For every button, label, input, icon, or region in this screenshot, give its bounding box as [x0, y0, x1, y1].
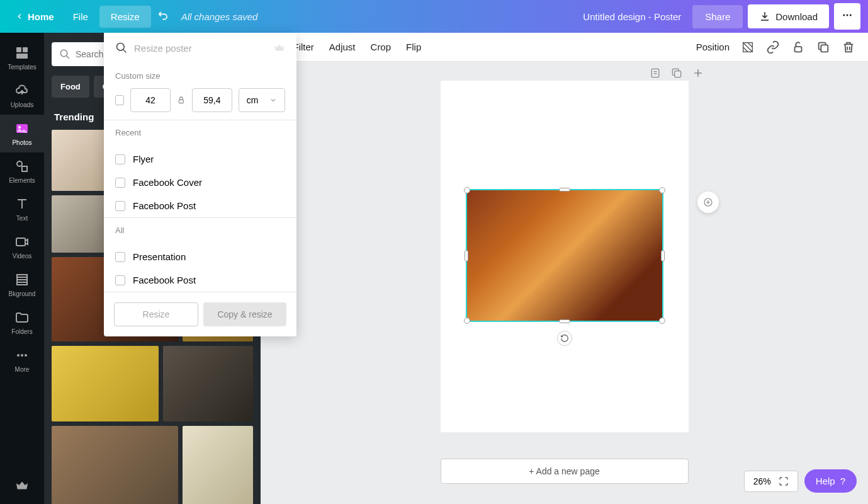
file-menu[interactable]: File	[62, 6, 99, 28]
tool-adjust[interactable]: Adjust	[329, 42, 356, 52]
document-title[interactable]: Untitled design - Poster	[583, 11, 681, 22]
sidebar-item-elements[interactable]: Elements	[0, 152, 44, 190]
photo-thumb[interactable]	[52, 426, 178, 504]
tool-flip[interactable]: Flip	[406, 42, 421, 52]
height-input[interactable]	[192, 88, 232, 112]
more-button[interactable]	[834, 3, 860, 30]
download-icon	[759, 11, 770, 22]
design-page[interactable]	[441, 81, 689, 432]
resize-handle-r[interactable]	[661, 250, 665, 261]
option-label: Flyer	[133, 154, 154, 164]
home-label: Home	[28, 11, 54, 22]
sidebar-item-uploads[interactable]: Uploads	[0, 77, 44, 115]
resize-handle-tl[interactable]	[464, 187, 470, 193]
photo-thumb[interactable]	[52, 346, 159, 421]
resize-menu[interactable]: Resize	[99, 6, 151, 28]
sidebar-label: Templates	[8, 64, 37, 71]
svg-point-12	[17, 354, 20, 357]
sidebar-label: Photos	[12, 139, 31, 146]
sidebar-item-photos[interactable]: Photos	[0, 115, 44, 152]
resize-handle-l[interactable]	[465, 250, 468, 261]
svg-point-15	[60, 50, 67, 57]
svg-rect-21	[651, 69, 659, 77]
photo-thumb[interactable]	[183, 426, 253, 504]
folders-icon	[14, 310, 30, 325]
undo-icon	[157, 9, 170, 21]
sidebar-label: Text	[16, 215, 28, 222]
sidebar-item-more[interactable]: More	[0, 341, 44, 379]
resize-handle-b[interactable]	[559, 319, 570, 323]
tool-position[interactable]: Position	[696, 42, 730, 52]
resize-handle-bl[interactable]	[464, 318, 470, 324]
sidebar-label: Uploads	[11, 101, 34, 108]
checkbox[interactable]	[115, 275, 125, 285]
search-icon	[115, 42, 128, 54]
svg-rect-20	[821, 45, 828, 52]
resize-option-fb-post2[interactable]: Facebook Post	[104, 268, 296, 292]
resize-handle-t[interactable]	[559, 188, 570, 192]
help-label: Help	[816, 476, 835, 486]
sidebar-item-bkground[interactable]: Bkground	[0, 266, 44, 304]
text-icon	[14, 197, 30, 212]
dots-icon	[842, 9, 853, 21]
sidebar-label: Folders	[11, 328, 32, 335]
copy-page-icon[interactable]	[670, 67, 683, 79]
rotate-handle[interactable]	[557, 331, 572, 346]
resize-option-fb-cover[interactable]: Facebook Cover	[104, 171, 296, 194]
sidebar-item-videos[interactable]: Videos	[0, 228, 44, 266]
add-page-button[interactable]: + Add a new page	[441, 459, 689, 484]
svg-point-13	[21, 354, 23, 357]
transparency-icon[interactable]	[741, 40, 755, 54]
checkbox[interactable]	[115, 201, 125, 211]
chevron-left-icon	[15, 12, 24, 21]
templates-icon	[14, 45, 30, 60]
videos-icon	[14, 234, 30, 249]
save-status: All changes saved	[181, 11, 258, 22]
option-label: Presentation	[133, 251, 186, 262]
checkbox[interactable]	[115, 252, 125, 262]
notes-icon[interactable]	[649, 67, 662, 79]
sidebar-item-templates[interactable]: Templates	[0, 39, 44, 77]
lock-icon[interactable]	[177, 95, 186, 105]
unit-select[interactable]: cm	[239, 88, 285, 112]
tag-food[interactable]: Food	[52, 76, 89, 98]
expand-icon[interactable]	[779, 476, 789, 486]
magic-button[interactable]	[697, 192, 719, 213]
undo-button[interactable]	[151, 4, 176, 29]
home-button[interactable]: Home	[8, 6, 62, 27]
add-page-icon[interactable]	[692, 67, 704, 79]
share-button[interactable]: Share	[692, 5, 743, 28]
svg-rect-19	[795, 47, 802, 52]
copy-resize-button[interactable]: Copy & resize	[203, 302, 286, 326]
sidebar-label: More	[15, 366, 30, 373]
tool-crop[interactable]: Crop	[371, 42, 392, 52]
more-icon	[14, 348, 30, 363]
trash-icon[interactable]	[842, 40, 855, 54]
upgrade-button[interactable]	[15, 479, 29, 495]
link-icon[interactable]	[766, 40, 780, 54]
help-button[interactable]: Help ?	[804, 469, 857, 493]
sidebar-label: Bkground	[9, 290, 36, 297]
svg-rect-17	[179, 100, 183, 103]
resize-search-input[interactable]	[134, 43, 268, 54]
option-label: Facebook Post	[133, 200, 196, 211]
selected-image[interactable]	[466, 189, 663, 322]
resize-option-fb-post[interactable]: Facebook Post	[104, 194, 296, 217]
download-button[interactable]: Download	[748, 4, 829, 28]
sidebar-item-text[interactable]: Text	[0, 190, 44, 228]
custom-size-checkbox[interactable]	[115, 95, 124, 105]
resize-handle-tr[interactable]	[659, 187, 665, 193]
width-input[interactable]	[130, 88, 171, 112]
sidebar-item-folders[interactable]: Folders	[0, 304, 44, 341]
resize-option-flyer[interactable]: Flyer	[104, 147, 296, 171]
zoom-control[interactable]: 26%	[744, 471, 798, 492]
checkbox[interactable]	[115, 178, 125, 188]
unlock-icon[interactable]	[791, 40, 805, 54]
photo-thumb[interactable]	[163, 346, 253, 421]
resize-button[interactable]: Resize	[114, 302, 198, 326]
resize-handle-br[interactable]	[659, 318, 665, 324]
crown-icon	[274, 42, 285, 54]
duplicate-icon[interactable]	[816, 40, 830, 54]
checkbox[interactable]	[115, 154, 125, 164]
resize-option-presentation[interactable]: Presentation	[104, 245, 296, 268]
